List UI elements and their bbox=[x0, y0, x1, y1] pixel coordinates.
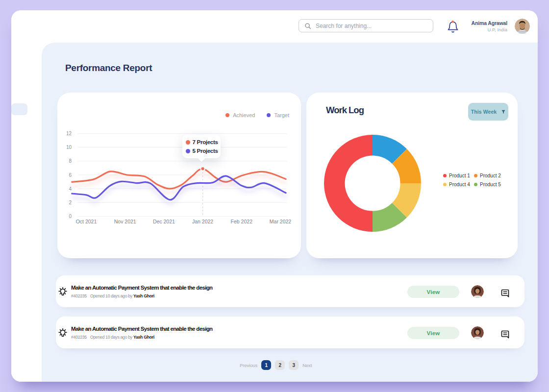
donut-legend: Product 1Product 2Product 4Product 5 bbox=[443, 173, 501, 187]
task-text: Make an Automatic Payment System that en… bbox=[71, 285, 212, 298]
series-line-achieved bbox=[72, 169, 286, 189]
assignee-avatar[interactable] bbox=[471, 326, 484, 339]
x-tick-label: Oct 2021 bbox=[76, 219, 97, 224]
task-meta: #402235Opened 10 days ago by Yash Ghori bbox=[71, 335, 212, 340]
legend-dot bbox=[474, 174, 477, 177]
lightbulb-icon bbox=[58, 287, 68, 297]
y-tick-label: 10 bbox=[66, 145, 72, 150]
tooltip-achieved-value: 7 Projects bbox=[193, 139, 218, 145]
comment-icon[interactable] bbox=[501, 289, 509, 297]
y-tick-label: 0 bbox=[69, 214, 72, 219]
x-tick-label: Jan 2022 bbox=[192, 219, 213, 224]
bell-icon bbox=[448, 22, 457, 30]
user-location: U.P, India bbox=[471, 27, 507, 32]
notifications-button[interactable] bbox=[447, 20, 459, 33]
y-tick-label: 8 bbox=[69, 158, 72, 164]
legend-label: Product 5 bbox=[480, 182, 501, 187]
marker-dot bbox=[200, 167, 204, 171]
x-tick-label: Dec 2021 bbox=[153, 219, 175, 224]
tooltip-achieved-dot bbox=[186, 140, 190, 145]
pagination: Previous 1 2 3 Next bbox=[240, 360, 312, 370]
legend-label: Product 4 bbox=[449, 182, 470, 187]
pagination-next[interactable]: Next bbox=[302, 363, 312, 368]
app-window: Anima Agrawal U.P, India Performance Rep… bbox=[11, 10, 538, 382]
task-row: Make an Automatic Payment System that en… bbox=[56, 275, 524, 307]
y-tick-label: 12 bbox=[66, 131, 72, 136]
task-title: Make an Automatic Payment System that en… bbox=[71, 326, 212, 332]
chart-tooltip: 7 Projects 5 Projects bbox=[182, 135, 221, 158]
donut-slice bbox=[324, 135, 373, 232]
task-opened: Opened 10 days ago by bbox=[90, 335, 132, 340]
task-text: Make an Automatic Payment System that en… bbox=[71, 326, 212, 340]
performance-chart-card: Achieved Target 024681012Oct 2021Nov 202… bbox=[57, 93, 301, 258]
user-info[interactable]: Anima Agrawal U.P, India bbox=[471, 20, 507, 32]
x-tick-label: Mar 2022 bbox=[270, 219, 292, 224]
assignee-avatar[interactable] bbox=[471, 285, 484, 298]
task-meta: #402235Opened 10 days ago by Yash Ghori bbox=[71, 294, 212, 298]
notification-dot bbox=[451, 21, 454, 23]
pagination-page-3[interactable]: 3 bbox=[289, 360, 299, 370]
legend-label: Product 1 bbox=[449, 173, 470, 178]
legend-dot bbox=[443, 174, 447, 177]
y-tick-label: 2 bbox=[69, 200, 72, 205]
x-tick-label: Nov 2021 bbox=[114, 219, 136, 224]
donut-legend-item: Product 2 bbox=[474, 173, 501, 178]
x-tick-label: Feb 2022 bbox=[231, 219, 253, 224]
user-name: Anima Agrawal bbox=[471, 20, 507, 26]
pagination-page-2[interactable]: 2 bbox=[275, 360, 285, 370]
legend-dot bbox=[443, 183, 447, 186]
search-box[interactable] bbox=[299, 19, 433, 32]
legend-label: Product 2 bbox=[480, 173, 501, 178]
series-line-target bbox=[72, 176, 286, 200]
page-title: Performance Report bbox=[65, 63, 152, 74]
donut-legend-item: Product 4 bbox=[443, 182, 474, 187]
line-chart: 024681012Oct 2021Nov 2021Dec 2021Jan 202… bbox=[57, 93, 301, 258]
tooltip-target-dot bbox=[186, 149, 190, 153]
work-log-card: Work Log This Week Product 1Product 2Pro… bbox=[306, 93, 518, 258]
view-button[interactable]: View bbox=[407, 327, 459, 339]
task-id: #402235 bbox=[71, 294, 87, 298]
y-tick-label: 6 bbox=[69, 172, 72, 178]
pagination-page-1[interactable]: 1 bbox=[261, 360, 271, 370]
tooltip-row-achieved: 7 Projects bbox=[186, 139, 221, 145]
user-avatar[interactable] bbox=[515, 19, 530, 34]
donut-legend-item: Product 5 bbox=[474, 182, 501, 187]
task-author: Yash Ghori bbox=[133, 335, 154, 340]
search-icon bbox=[304, 23, 311, 29]
y-tick-label: 4 bbox=[69, 186, 72, 192]
task-author: Yash Ghori bbox=[133, 294, 154, 298]
search-input[interactable] bbox=[316, 23, 433, 29]
donut-legend-item: Product 1 bbox=[443, 173, 474, 178]
view-button[interactable]: View bbox=[407, 286, 459, 298]
comment-icon[interactable] bbox=[501, 330, 509, 339]
topbar: Anima Agrawal U.P, India bbox=[11, 10, 538, 43]
tooltip-row-target: 5 Projects bbox=[186, 148, 221, 154]
task-title: Make an Automatic Payment System that en… bbox=[71, 285, 212, 291]
sidebar bbox=[11, 43, 42, 382]
pagination-previous[interactable]: Previous bbox=[240, 363, 257, 368]
task-row: Make an Automatic Payment System that en… bbox=[56, 317, 524, 348]
task-opened: Opened 10 days ago by bbox=[90, 294, 132, 298]
lightbulb-icon bbox=[58, 328, 68, 338]
legend-dot bbox=[474, 183, 477, 186]
sidebar-active-item[interactable] bbox=[11, 103, 27, 115]
task-id: #402235 bbox=[71, 335, 87, 340]
tooltip-target-value: 5 Projects bbox=[193, 148, 218, 154]
